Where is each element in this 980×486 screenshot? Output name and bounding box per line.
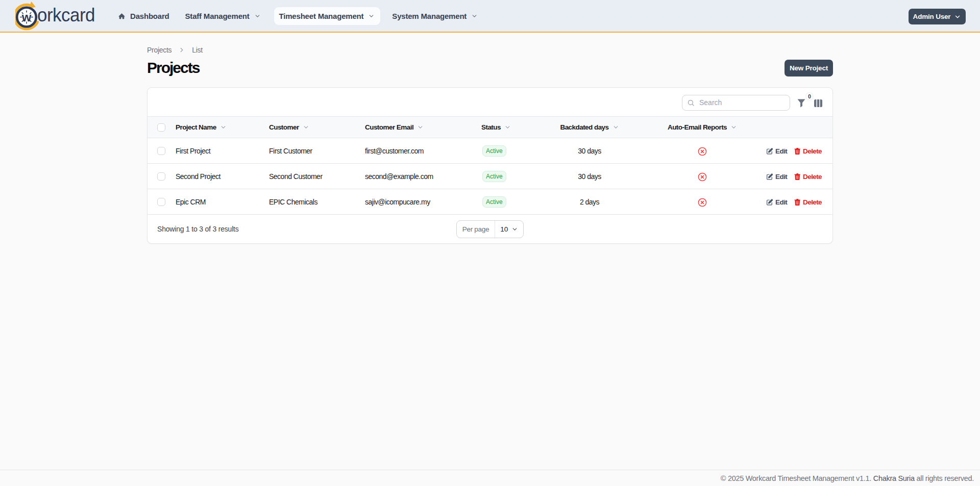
svg-text:w: w	[21, 10, 32, 24]
